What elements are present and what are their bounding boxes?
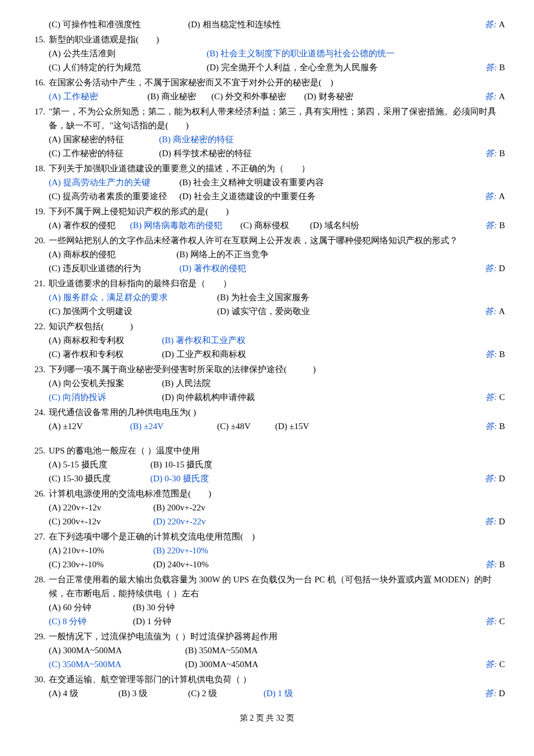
- option-row: (C) 可操作性和准强度性(D) 相当稳定性和连续性答: A: [49, 17, 505, 31]
- question-number: 27.: [29, 530, 49, 571]
- option: (C) 工作秘密的特征: [49, 146, 159, 160]
- option: (D) 1 分钟: [133, 614, 191, 628]
- question-body: 职业道德要求的目标指向的最终归宿是（ ）(A) 服务群众，满足群众的要求(B) …: [49, 276, 505, 318]
- option: (A) 国家秘密的特征: [49, 132, 159, 146]
- option: (C) 提高劳动者素质的重要途径: [49, 189, 179, 203]
- option: (A) 220v+-12v: [49, 501, 153, 514]
- option: (A) 商标权的侵犯: [49, 247, 176, 261]
- answer-value: D: [496, 474, 505, 483]
- option: (C) 著作权和专利权: [49, 347, 162, 361]
- option-row: (A) 国家秘密的特征(B) 商业秘密的特征: [49, 132, 505, 146]
- option: (D) 诚实守信，爱岗敬业: [217, 304, 322, 318]
- question-number: 23.: [29, 362, 49, 404]
- answer-label: 答:: [485, 221, 497, 230]
- option-row: (A) 著作权的侵犯(B) 网络病毒散布的侵犯(C) 商标侵权(D) 域名纠纷答…: [49, 218, 505, 232]
- question-number: 29.: [29, 629, 49, 671]
- question-number: 30.: [29, 672, 49, 700]
- answer-label: 答:: [485, 20, 496, 29]
- question-0: (C) 可操作性和准强度性(D) 相当稳定性和连续性答: A: [29, 17, 505, 31]
- option: (D) 完全抛开个人利益，全心全意为人民服务: [207, 60, 398, 74]
- option: (B) 30 分钟: [133, 600, 191, 614]
- option: (C) 人们特定的行为规范: [49, 60, 207, 74]
- option-row: (C) 违反职业道德的行为(D) 著作权的侵犯答: D: [49, 261, 505, 275]
- option: (B) 网络上的不正当竞争: [176, 247, 293, 261]
- option: (B) 商业秘密: [147, 89, 211, 103]
- option: (B) 350MA~550MA: [185, 643, 284, 657]
- question-number: 17.: [29, 105, 49, 160]
- question-stem: 一些网站把别人的文字作品未经著作权人许可在互联网上公开发表，这属于哪种侵犯网络知…: [49, 233, 505, 247]
- option: (B) ±24V: [130, 419, 217, 433]
- answer-label: 答:: [485, 307, 496, 316]
- option: (D) 0-30 摄氏度: [150, 471, 232, 485]
- option: (A) 60 分钟: [49, 600, 133, 614]
- answer: 答: A: [485, 189, 505, 203]
- answer: 答: D: [485, 471, 505, 485]
- option: (A) 著作权的侵犯: [49, 218, 130, 232]
- question-stem: 新型的职业道德观是指( ): [49, 33, 505, 46]
- answer: 答: B: [485, 146, 505, 160]
- answer: 答: C: [485, 614, 505, 628]
- answer: 答: B: [485, 60, 505, 74]
- option-row: (C) 工作秘密的特征(D) 科学技术秘密的特征答: B: [49, 146, 505, 160]
- option-row: (A) 220v+-12v(B) 200v+-22v: [49, 501, 505, 514]
- option: (C) 230v+-10%: [49, 557, 153, 571]
- option: (C) 商标侵权: [240, 218, 310, 232]
- question-body: 下列关于加强职业道德建设的重要意义的描述，不正确的为（ ）(A) 提高劳动生产力…: [49, 161, 505, 203]
- option: (C) 200v+-12v: [49, 514, 153, 528]
- option: (B) 3 级: [118, 686, 188, 700]
- answer-label: 答:: [485, 422, 497, 431]
- option: (B) 10-15 摄氏度: [150, 458, 232, 471]
- option-row: (A) 公共生活准则(B) 社会主义制度下的职业道德与社会公德的统一: [49, 46, 505, 60]
- answer-value: D: [496, 264, 505, 273]
- answer-label: 答:: [485, 192, 496, 201]
- option-row: (C) 8 分钟(D) 1 分钟答: C: [49, 614, 505, 628]
- option: (C) 向消协投诉: [49, 390, 162, 404]
- question-12: 26.计算机电源使用的交流电标准范围是( )(A) 220v+-12v(B) 2…: [29, 487, 505, 528]
- option-row: (C) 200v+-12v(D) 220v+-22v答: D: [49, 514, 505, 528]
- option: (A) 5-15 摄氏度: [49, 458, 150, 471]
- answer-value: B: [497, 221, 505, 230]
- answer-value: A: [496, 20, 505, 29]
- option-row: (A) 5-15 摄氏度(B) 10-15 摄氏度: [49, 458, 505, 471]
- question-number: 18.: [29, 161, 49, 203]
- question-1: 15.新型的职业道德观是指( )(A) 公共生活准则(B) 社会主义制度下的职业…: [29, 33, 505, 74]
- answer-label: 答:: [485, 617, 497, 626]
- option-row: (C) 15-30 摄氏度(D) 0-30 摄氏度答: D: [49, 471, 505, 485]
- answer-value: B: [497, 149, 505, 158]
- option: (A) 商标权和专利权: [49, 333, 162, 347]
- option: (C) 2 级: [188, 686, 264, 700]
- option-row: (C) 著作权和专利权(D) 工业产权和商标权答: B: [49, 347, 505, 361]
- option-row: (C) 向消协投诉(D) 向仲裁机构申请仲裁答: C: [49, 390, 505, 404]
- question-body: "第一，不为公众所知悉；第二，能为权利人带来经济利益；第三，具有实用性；第四，采…: [49, 105, 505, 160]
- question-number: 21.: [29, 276, 49, 318]
- answer-value: D: [496, 689, 505, 698]
- option: (D) 220v+-22v: [153, 514, 229, 528]
- option: (A) 工作秘密: [49, 89, 147, 103]
- question-body: 在交通运输、航空管理等部门的计算机供电负荷（ ）(A) 4 级(B) 3 级(C…: [49, 672, 505, 700]
- answer: 答: A: [485, 89, 505, 103]
- answer: 答: B: [485, 347, 505, 361]
- question-number: 20.: [29, 233, 49, 275]
- option: (D) 240v+-10%: [153, 557, 229, 571]
- option: (A) 300MA~500MA: [49, 643, 185, 657]
- question-stem: 下列关于加强职业道德建设的重要意义的描述，不正确的为（ ）: [49, 161, 505, 175]
- option: (D) 财务秘密: [304, 89, 368, 103]
- option: (A) 服务群众，满足群众的要求: [49, 290, 217, 304]
- option: (B) 220v+-10%: [153, 543, 229, 557]
- option-row: (C) 350MA~500MA(D) 300MA~450MA答: C: [49, 657, 505, 671]
- answer-label: 答:: [485, 350, 497, 359]
- question-stem: 知识产权包括( ): [49, 319, 505, 333]
- question-number: 24.: [29, 405, 49, 433]
- answer-label: 答:: [485, 517, 496, 526]
- question-body: 一台正常使用着的最大输出负载容量为 300W 的 UPS 在负载仅为一台 PC …: [49, 573, 505, 628]
- answer-value: C: [497, 660, 505, 669]
- question-4: 18.下列关于加强职业道德建设的重要意义的描述，不正确的为（ ）(A) 提高劳动…: [29, 161, 505, 203]
- question-body: (C) 可操作性和准强度性(D) 相当稳定性和连续性答: A: [49, 17, 505, 31]
- question-stem: 一般情况下，过流保护电流值为（ ）时过流保护器将起作用: [49, 629, 505, 643]
- answer-label: 答:: [485, 264, 496, 273]
- option: (B) 商业秘密的特征: [159, 132, 252, 146]
- question-stem: 下列不属于网上侵犯知识产权的形式的是( ): [49, 204, 505, 218]
- question-stem: 在国家公务活动中产生，不属于国家秘密而又不宜于对外公开的秘密是( ): [49, 75, 505, 89]
- question-stem: 在交通运输、航空管理等部门的计算机供电负荷（ ）: [49, 672, 505, 686]
- answer: 答: C: [485, 657, 505, 671]
